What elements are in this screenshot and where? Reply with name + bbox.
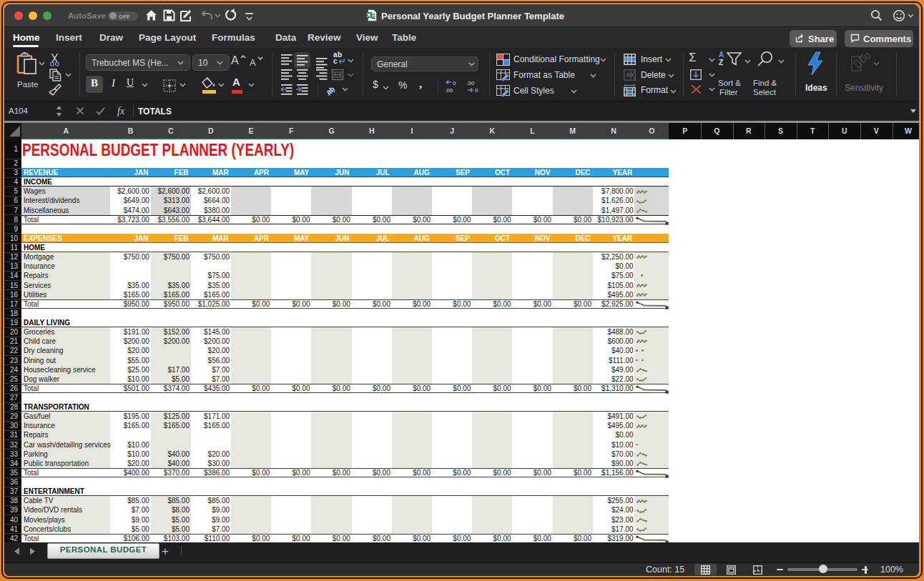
svg-text:.00: .00 [445, 87, 453, 94]
svg-text:.00: .00 [466, 80, 475, 86]
svg-text:0: 0 [453, 80, 456, 86]
svg-text:0: 0 [475, 87, 478, 94]
